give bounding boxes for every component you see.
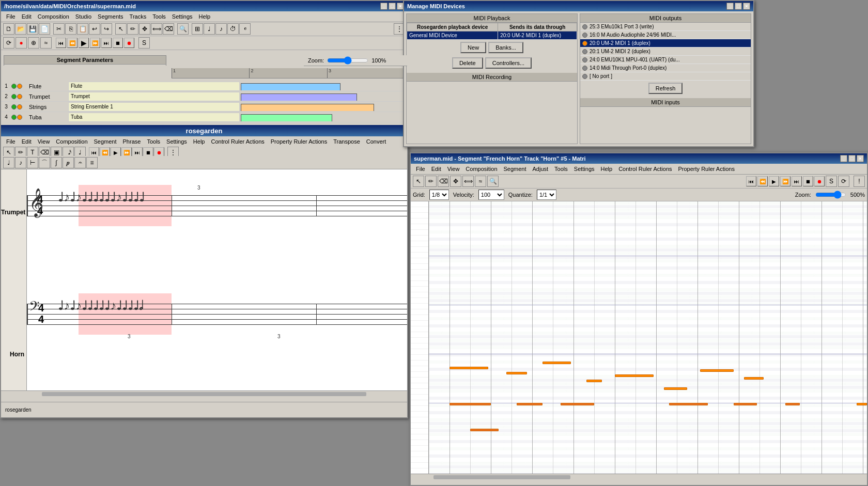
resize-btn[interactable]: ⟺ (151, 23, 162, 35)
quantize-select-matrix[interactable]: 1/1 (537, 190, 556, 200)
tempo-btn[interactable]: ⏱ (227, 23, 239, 35)
new-btn[interactable]: New (460, 42, 486, 53)
track-mute-3[interactable] (11, 104, 17, 109)
slur[interactable]: ∫ (51, 157, 62, 168)
delete-btn[interactable]: Delete (452, 57, 483, 69)
scrollbar-thumb[interactable] (42, 392, 367, 396)
pan-btn[interactable]: ⊕ (28, 37, 39, 49)
matrix-resize[interactable]: ⟺ (462, 176, 474, 187)
menu-tracks[interactable]: Tracks (127, 12, 150, 21)
matrix-erase[interactable]: ⌫ (438, 176, 449, 187)
banks-btn[interactable]: Banks... (488, 42, 523, 53)
inner-menu-convert[interactable]: Convert (363, 137, 390, 146)
saveas-btn[interactable]: 📄 (39, 23, 50, 35)
inner-menu-file[interactable]: File (3, 137, 19, 146)
note-block[interactable] (506, 372, 527, 374)
beam[interactable]: ⊢ (27, 157, 38, 168)
matrix-minimize[interactable]: _ (840, 155, 847, 162)
redo-btn[interactable]: ↪ (101, 23, 112, 35)
track-solo-3[interactable] (17, 104, 22, 109)
more2[interactable]: ≡ (86, 157, 98, 168)
ff-btn[interactable]: ⏩ (90, 38, 100, 48)
matrix-pencil[interactable]: ✏ (425, 176, 437, 187)
cut-btn[interactable]: ✂ (53, 23, 65, 35)
pointer-btn[interactable]: ↖ (115, 23, 127, 35)
menu-studio[interactable]: Studio (72, 12, 95, 21)
note-block[interactable] (700, 369, 734, 372)
note-b[interactable]: ♪ (15, 157, 26, 168)
stop-btn[interactable]: ⏹ (113, 38, 123, 48)
inner-menu-help[interactable]: Help (190, 137, 208, 146)
move-btn[interactable]: ✥ (139, 23, 150, 35)
list-item[interactable]: [ No port ] (580, 72, 751, 81)
note-block[interactable] (517, 403, 542, 405)
matrix-scrollbar-thumb[interactable] (433, 475, 570, 479)
track-solo-1[interactable] (17, 84, 22, 89)
new-btn[interactable]: 🗋 (3, 23, 14, 35)
note-block[interactable] (542, 362, 571, 364)
seg-block-3[interactable] (241, 104, 374, 111)
track-mute-2[interactable] (11, 94, 17, 99)
matrix-menu-tools[interactable]: Tools (551, 165, 571, 173)
note-btn[interactable]: ♩ (204, 23, 215, 35)
matrix-play[interactable]: ▶ (769, 176, 779, 186)
rec-btn[interactable]: ● (16, 37, 27, 49)
matrix-menu-view[interactable]: View (444, 165, 463, 173)
inner-menu-settings[interactable]: Settings (163, 137, 190, 146)
zoom-in-btn[interactable]: 🔍 (177, 23, 189, 35)
pencil-btn[interactable]: ✏ (127, 23, 138, 35)
note-block[interactable] (450, 367, 488, 369)
menu-tools[interactable]: Tools (149, 12, 169, 21)
matrix-rew[interactable]: ⏪ (757, 176, 768, 186)
minimize-btn[interactable]: _ (380, 3, 388, 10)
copy-btn[interactable]: ⎘ (65, 23, 76, 35)
track-solo-4[interactable] (17, 115, 22, 120)
notation-hscrollbar[interactable] (1, 390, 407, 397)
list-item[interactable]: 14:0 Midi Through Port-0 (duplex) (580, 64, 751, 72)
inner-menu-pra[interactable]: Property Ruler Actions (268, 137, 330, 146)
open-btn[interactable]: 📂 (15, 23, 26, 35)
matrix-vel[interactable]: ≈ (475, 176, 486, 187)
menu-settings[interactable]: Settings (169, 12, 196, 21)
menu-file[interactable]: File (3, 12, 19, 21)
zoom-slider-matrix[interactable] (815, 191, 846, 199)
loop-btn[interactable]: ⟳ (3, 37, 14, 49)
inner-menu-segment[interactable]: Segment (91, 137, 120, 146)
rewind-btn[interactable]: ⏪ (67, 38, 78, 48)
matrix-maximize[interactable]: □ (848, 155, 856, 162)
erase-btn[interactable]: ⌫ (163, 23, 174, 35)
list-item[interactable]: 20:0 UM-2 MIDI 1 (duplex) (580, 39, 751, 48)
track-solo-2[interactable] (17, 94, 22, 99)
matrix-menu-pra[interactable]: Property Ruler Actions (675, 165, 738, 173)
grid-select[interactable]: 1/8 (429, 190, 449, 200)
matrix-ff[interactable]: ⏩ (780, 176, 791, 186)
paste-btn[interactable]: 📋 (77, 23, 88, 35)
note-block-edge[interactable] (857, 403, 867, 405)
zoom-slider[interactable] (327, 56, 368, 65)
velocity-select[interactable]: 100 (478, 190, 504, 200)
note-block[interactable] (586, 380, 602, 382)
matrix-stop[interactable]: ⏹ (803, 176, 813, 186)
note-block[interactable] (450, 403, 491, 405)
inner-menu-phrase[interactable]: Phrase (120, 137, 144, 146)
inner-menu-transpose[interactable]: Transpose (330, 137, 363, 146)
note-block[interactable] (561, 403, 594, 405)
matrix-menu-help[interactable]: Help (598, 165, 616, 173)
undo-btn[interactable]: ↩ (89, 23, 100, 35)
matrix-zoom[interactable]: 🔍 (487, 176, 499, 187)
matrix-rew-start[interactable]: ⏮ (746, 176, 756, 186)
timesig-btn[interactable]: 𝄴 (239, 23, 251, 35)
matrix-solo[interactable]: S (826, 176, 837, 187)
matrix-loop[interactable]: ⟳ (838, 176, 849, 187)
seg-block-1[interactable] (241, 83, 340, 90)
menu-edit[interactable]: Edit (19, 12, 35, 21)
note-block[interactable] (669, 403, 708, 405)
matrix-menu-cra[interactable]: Control Ruler Actions (615, 165, 675, 173)
matrix-ptr[interactable]: ↖ (413, 176, 424, 187)
solo-btn[interactable]: S (138, 37, 150, 49)
list-item[interactable]: 25:3 EMu10k1 Port 3 (write) (580, 23, 751, 31)
note-block[interactable] (734, 403, 757, 405)
matrix-menu-composition[interactable]: Composition (462, 165, 500, 173)
record-btn[interactable]: ⏺ (124, 38, 134, 48)
snap-btn[interactable]: ⊞ (192, 23, 203, 35)
